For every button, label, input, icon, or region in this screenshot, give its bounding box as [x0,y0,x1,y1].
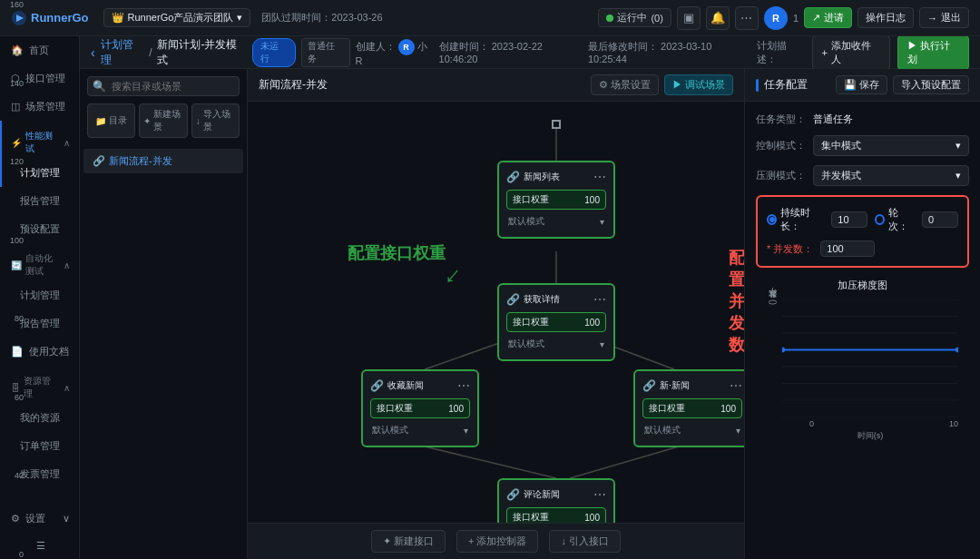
scene-settings-button[interactable]: ⚙ 场景设置 [591,74,659,95]
select-arrow: ▾ [956,170,961,181]
scene-actions: 📁 目录 ✦ 新建场景 ↓ 导入场景 [80,103,247,145]
topbar: RunnerGo 👑 RunnerGo产品演示团队 ▾ 团队过期时间：2023-… [0,0,980,36]
comment-news-node[interactable]: 🔗 评论新闻 ⋯ 接口权重 100 默认模式 ▾ [497,478,615,523]
select-arrow: ▾ [956,140,961,152]
dropdown-arrow: ▾ [600,217,604,227]
node-icon: 🔗 [370,379,384,392]
node-icon: 🔗 [506,293,520,306]
debug-scene-button[interactable]: ▶ 调试场景 [664,74,733,95]
weight-field: 接口权重 100 [506,312,606,332]
chart-wrapper: 并发数(个) 160 140 120 100 80 [767,299,958,442]
config-panel-header: 任务配置 💾 保存 导入预设配置 [745,69,980,102]
creator-avatar: R [398,39,415,55]
config-panel: 任务配置 💾 保存 导入预设配置 任务类型： 普通任务 [744,69,980,559]
user-count: 1 [793,13,799,24]
running-dot [606,15,613,22]
monitor-icon-btn[interactable]: ▣ [677,6,701,30]
news-list-node[interactable]: 🔗 新闻列表 ⋯ 接口权重 100 默认模式 ▾ [497,161,615,239]
concur-input[interactable] [820,240,875,257]
running-status: 运行中 (0) [598,8,671,27]
svg-line-4 [425,342,502,369]
mode-dropdown[interactable]: 默认模式 ▾ [642,422,742,438]
node-menu[interactable]: ⋯ [593,487,606,502]
dropdown-arrow: ▾ [464,426,468,436]
scene-panel: 🔍 📁 目录 ✦ 新建场景 ↓ 导入场景 [80,69,248,559]
mode-dropdown[interactable]: 默认模式 ▾ [506,336,606,352]
scene-item[interactable]: 🔗 新闻流程-并发 [83,149,243,173]
new-news-node[interactable]: 🔗 新·新闻 ⋯ 接口权重 100 默认模式 ▾ [633,369,744,447]
canvas-title: 新闻流程-并发 [259,77,328,93]
chart-x-axis: 0 10 [782,419,958,428]
plan-status-badge: 未运行 [252,38,296,67]
dir-icon: 📁 [95,116,106,126]
rounds-radio[interactable]: 轮次： [875,206,915,233]
task-type-tag: 普通任务 [301,38,350,67]
import-interface-button[interactable]: ↓ 引入接口 [549,530,621,553]
node-menu[interactable]: ⋯ [593,292,606,307]
canvas-bottom-bar: ✦ 新建接口 + 添加控制器 ↓ 引入接口 [248,523,744,559]
pressure-mode-row: 压测模式： 并发模式 ▾ [756,165,969,186]
import-icon: ↓ [196,116,201,126]
breadcrumb-back[interactable]: ‹ [91,45,95,60]
desc-label: 计划描述： [757,39,806,66]
ops-log-button[interactable]: 操作日志 [858,7,914,28]
chart-inner: 160 140 120 100 80 60 40 0 [782,299,958,417]
scene-search-input[interactable] [87,76,240,96]
rounds-input[interactable] [922,211,958,228]
chart-y-axis-label: 并发数(个) [767,299,779,312]
pressure-mode-select[interactable]: 并发模式 ▾ [813,165,969,186]
config-import-button[interactable]: 导入预设配置 [893,75,969,94]
weight-field: 接口权重 100 [506,507,606,523]
team-selector[interactable]: 👑 RunnerGo产品演示团队 ▾ [103,8,251,27]
add-controller-button[interactable]: + 添加控制器 [456,530,538,553]
user-avatar: R [764,6,788,30]
duration-input[interactable] [831,211,867,228]
dir-button[interactable]: 📁 目录 [87,103,135,138]
new-interface-button[interactable]: ✦ 新建接口 [371,530,446,553]
annotation-concur: 配置并发数 [729,247,744,356]
flow-start-dot [552,120,561,129]
mode-dropdown[interactable]: 默认模式 ▾ [370,422,470,438]
exec-plan-button[interactable]: ▶ 执行计划 [897,36,969,70]
breadcrumb-bar: ‹ 计划管理 / 新闻计划-并发模式 未运行 普通任务 创建人： R 小R 创建… [80,36,980,69]
mode-dropdown[interactable]: 默认模式 ▾ [506,213,606,230]
update-time: 最后修改时间： 2023-03-10 10:25:44 [588,40,751,64]
import-scene-button[interactable]: ↓ 导入场景 [191,103,240,138]
duration-radio[interactable]: 持续时长： [767,206,824,233]
scene-item-icon: 🔗 [93,155,105,167]
crown-icon: 👑 [112,12,124,24]
task-type-row: 任务类型： 普通任务 [756,113,969,126]
middle-section: 🔍 📁 目录 ✦ 新建场景 ↓ 导入场景 [80,69,980,559]
svg-point-18 [782,348,785,353]
flow-canvas[interactable]: 🔗 新闻列表 ⋯ 接口权重 100 默认模式 ▾ [248,102,744,523]
weight-field: 接口权重 100 [642,398,742,418]
config-save-button[interactable]: 💾 保存 [836,75,887,94]
topbar-right: 运行中 (0) ▣ 🔔 ⋯ R 1 ↗ 进请 操作日志 → 退出 [598,6,969,30]
expand-icon: ☰ [36,540,45,552]
breadcrumb-plan-link[interactable]: 计划管理 [101,37,143,68]
exit-icon: → [927,13,937,24]
control-mode-select[interactable]: 集中模式 ▾ [813,135,969,156]
weight-field: 接口权重 100 [370,398,470,418]
node-menu[interactable]: ⋯ [457,378,470,393]
panel-indicator [756,79,759,92]
node-menu[interactable]: ⋯ [730,378,742,393]
bell-icon-btn[interactable]: 🔔 [706,6,730,30]
grid-icon-btn[interactable]: ⋯ [735,6,759,30]
add-icon: + [822,47,828,58]
enter-button[interactable]: ↗ 进请 [804,7,852,28]
arrow-green: ↓ [439,260,467,290]
new-scene-button[interactable]: ✦ 新建场景 [139,103,187,138]
add-receiver-button[interactable]: + 添加收件人 [812,36,890,70]
expire-label: 团队过期时间：2023-03-26 [261,11,382,25]
node-icon: 🔗 [642,379,656,392]
control-mode-row: 控制模式： 集中模式 ▾ [756,135,969,156]
config-body: 任务类型： 普通任务 控制模式： 集中模式 ▾ 压测模式： [745,102,980,464]
exit-button[interactable]: → 退出 [919,7,969,28]
flow-connections [248,102,744,523]
enter-icon: ↗ [812,12,820,24]
get-detail-node[interactable]: 🔗 获取详情 ⋯ 接口权重 100 默认模式 ▾ [497,283,615,361]
collect-news-node[interactable]: 🔗 收藏新闻 ⋯ 接口权重 100 默认模式 ▾ [361,369,479,447]
svg-line-6 [425,446,556,478]
node-menu[interactable]: ⋯ [593,170,606,184]
